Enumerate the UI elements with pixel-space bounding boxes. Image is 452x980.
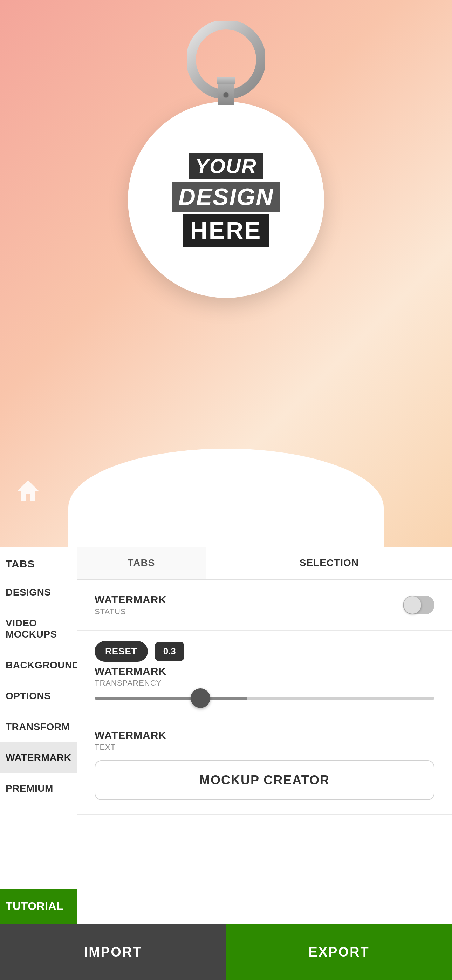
sidebar-item-tutorial[interactable]: TUTORIAL <box>0 889 77 924</box>
tab-selection[interactable]: SELECTION <box>206 547 452 579</box>
main-header: TABS SELECTION <box>77 547 452 580</box>
transparency-value-badge: 0.3 <box>155 642 184 661</box>
keychain: YOUR DESIGN HERE <box>128 21 324 298</box>
podium <box>68 449 384 547</box>
main-content: TABS SELECTION WATERMARK STATUS RESET 0.… <box>77 547 452 924</box>
watermark-text-input-box[interactable]: MOCKUP CREATOR <box>95 760 434 800</box>
watermark-status-title: WATERMARK <box>95 594 166 606</box>
transparency-slider-wrapper <box>95 695 434 701</box>
sidebar-item-background[interactable]: BACKGROUND <box>0 650 77 681</box>
sidebar-item-watermark[interactable]: WATERMARK <box>0 742 77 773</box>
watermark-text-subtitle: TEXT <box>95 743 434 752</box>
bottom-panel: TABS DESIGNS VIDEO MOCKUPS BACKGROUND OP… <box>0 547 452 924</box>
watermark-text-title: WATERMARK <box>95 729 434 741</box>
watermark-transparency-section: RESET 0.3 WATERMARK TRANSPARENCY <box>77 630 452 715</box>
export-button[interactable]: EXPORT <box>226 924 452 980</box>
design-placeholder: YOUR DESIGN HERE <box>172 153 280 247</box>
watermark-status-toggle[interactable] <box>403 595 434 614</box>
watermark-text-section: WATERMARK TEXT MOCKUP CREATOR <box>77 715 452 815</box>
tab-tabs[interactable]: TABS <box>77 547 206 579</box>
sidebar-item-options[interactable]: OPTIONS <box>0 681 77 711</box>
preview-area: YOUR DESIGN HERE <box>0 0 452 547</box>
home-icon[interactable] <box>14 477 42 505</box>
toggle-knob <box>404 596 421 614</box>
keychain-disc: YOUR DESIGN HERE <box>128 102 324 298</box>
watermark-transparency-title: WATERMARK <box>95 665 434 677</box>
svg-marker-0 <box>18 480 38 501</box>
sidebar-item-transform[interactable]: TRANSFORM <box>0 711 77 742</box>
watermark-status-section: WATERMARK STATUS <box>77 580 452 630</box>
import-button[interactable]: IMPORT <box>0 924 226 980</box>
sidebar: TABS DESIGNS VIDEO MOCKUPS BACKGROUND OP… <box>0 547 77 924</box>
transparency-slider[interactable] <box>95 697 434 700</box>
watermark-transparency-subtitle: TRANSPARENCY <box>95 679 434 688</box>
sidebar-item-video-mockups[interactable]: VIDEO MOCKUPS <box>0 608 77 650</box>
bottom-bar: IMPORT EXPORT <box>0 924 452 980</box>
watermark-status-subtitle: STATUS <box>95 607 166 616</box>
sidebar-item-premium[interactable]: PREMIUM <box>0 773 77 804</box>
sidebar-header: TABS <box>0 547 77 577</box>
watermark-text-value: MOCKUP CREATOR <box>199 773 330 788</box>
sidebar-item-designs[interactable]: DESIGNS <box>0 577 77 608</box>
reset-button[interactable]: RESET <box>95 641 148 662</box>
